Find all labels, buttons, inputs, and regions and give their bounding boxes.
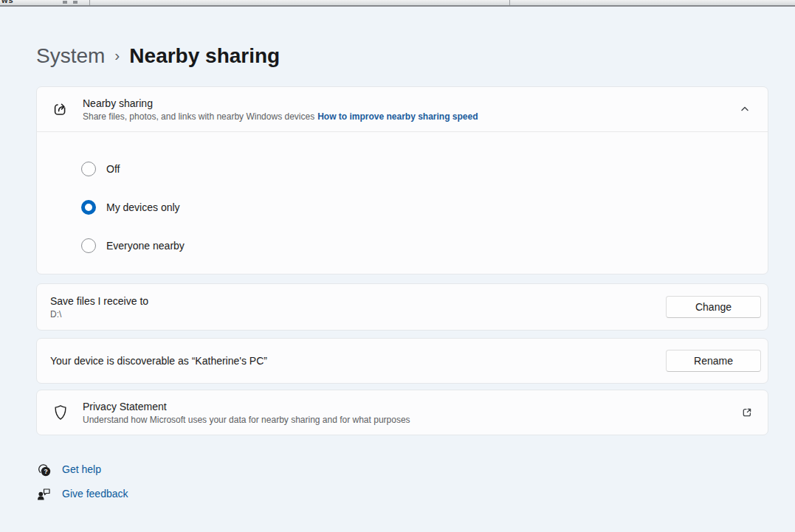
breadcrumb-chevron-icon: › (114, 46, 120, 66)
external-link-icon[interactable] (741, 407, 753, 418)
radio-option-my-devices-only[interactable]: My devices only (81, 197, 768, 218)
nearby-sharing-card: Nearby sharing Share files, photos, and … (36, 86, 768, 274)
radio-label: Everyone nearby (106, 240, 185, 252)
give-feedback-link[interactable]: Give feedback (62, 488, 128, 500)
save-files-text: Save files I receive to D:\ (50, 295, 666, 319)
nearby-sharing-subtitle: Share files, photos, and links with near… (83, 111, 740, 122)
privacy-statement-subtitle: Understand how Microsoft uses your data … (83, 415, 741, 425)
radio-button[interactable] (81, 162, 96, 176)
privacy-statement-title: Privacy Statement (83, 401, 741, 412)
device-name-title: Your device is discoverable as “Katherin… (50, 355, 666, 367)
give-feedback-icon (37, 487, 51, 501)
device-name-text: Your device is discoverable as “Katherin… (50, 355, 666, 367)
radio-option-off[interactable]: Off (81, 159, 768, 179)
breadcrumb-system[interactable]: System (36, 44, 105, 68)
radio-label: My devices only (106, 201, 180, 213)
improve-speed-link[interactable]: How to improve nearby sharing speed (317, 111, 478, 122)
device-name-card: Your device is discoverable as “Katherin… (36, 338, 768, 384)
page-title: Nearby sharing (129, 44, 280, 68)
settings-content: Nearby sharing Share files, photos, and … (36, 86, 768, 435)
change-button[interactable]: Change (666, 296, 761, 318)
privacy-statement-text: Privacy Statement Understand how Microso… (83, 401, 741, 425)
get-help-row[interactable]: ? Get help (37, 459, 128, 480)
rename-button[interactable]: Rename (666, 350, 761, 372)
footer-links: ? Get help Give feedback (37, 459, 128, 508)
shield-icon (52, 404, 69, 421)
nearby-sharing-title: Nearby sharing (83, 97, 740, 109)
give-feedback-row[interactable]: Give feedback (37, 483, 128, 504)
save-files-card: Save files I receive to D:\ Change (36, 283, 768, 331)
window-remnant-strip: ws (0, 0, 795, 7)
window-remnant-divider (89, 0, 90, 5)
breadcrumb: System › Nearby sharing (36, 44, 280, 68)
window-remnant-text: ws (1, 0, 14, 4)
radio-option-everyone-nearby[interactable]: Everyone nearby (81, 235, 768, 256)
window-remnant-mark (63, 1, 67, 4)
window-remnant-divider (509, 0, 510, 5)
get-help-link[interactable]: Get help (62, 463, 101, 475)
nearby-sharing-expander-header[interactable]: Nearby sharing Share files, photos, and … (37, 87, 768, 131)
get-help-icon: ? (37, 463, 51, 477)
nearby-sharing-header-text: Nearby sharing Share files, photos, and … (83, 97, 740, 122)
radio-button[interactable] (81, 238, 96, 253)
chevron-up-icon[interactable] (740, 104, 750, 114)
save-files-title: Save files I receive to (50, 295, 666, 307)
privacy-statement-card[interactable]: Privacy Statement Understand how Microso… (36, 390, 768, 435)
nearby-sharing-options: Off My devices only Everyone nearby (37, 131, 768, 274)
radio-button[interactable] (81, 200, 96, 215)
share-icon (52, 101, 69, 117)
svg-text:?: ? (44, 467, 47, 474)
save-files-path: D:\ (50, 309, 666, 319)
radio-label: Off (106, 163, 120, 175)
window-remnant-mark (73, 1, 78, 4)
